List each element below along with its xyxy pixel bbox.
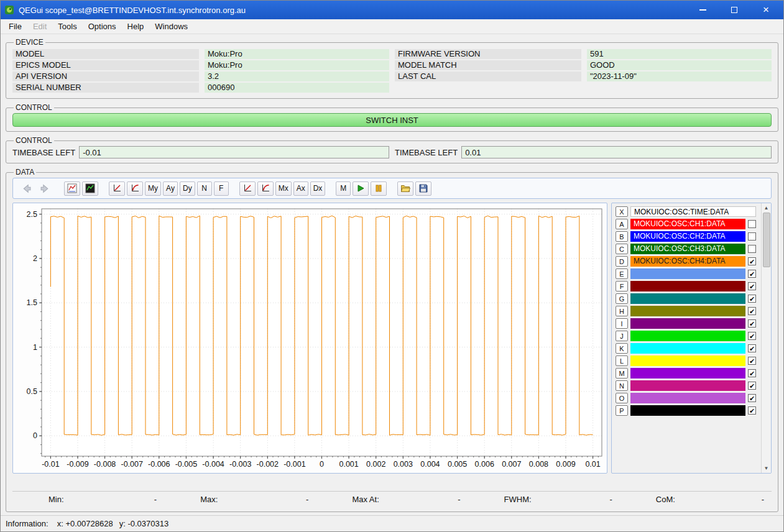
pv-name-field[interactable] xyxy=(630,268,745,279)
pv-letter-button-f[interactable]: F xyxy=(616,281,628,291)
pv-letter-button-m[interactable]: M xyxy=(616,368,628,378)
normalised-y-button[interactable]: N xyxy=(197,181,212,196)
pause-button[interactable] xyxy=(371,181,387,196)
pv-name-field[interactable] xyxy=(630,393,745,403)
pv-letter-button-j[interactable]: J xyxy=(616,331,628,341)
pv-visible-checkbox[interactable]: ✔ xyxy=(748,332,756,340)
svg-text:0.004: 0.004 xyxy=(420,460,440,469)
play-button[interactable] xyxy=(353,181,369,196)
pv-letter-button-k[interactable]: K xyxy=(616,343,628,354)
pv-letter-button-l[interactable]: L xyxy=(616,355,628,366)
pv-letter-button-p[interactable]: P xyxy=(616,405,628,416)
manual-y-button[interactable]: My xyxy=(145,181,161,196)
pv-visible-checkbox[interactable]: ✔ xyxy=(748,344,756,352)
svg-text:-0.009: -0.009 xyxy=(67,460,88,469)
pv-name-field[interactable] xyxy=(630,306,745,316)
scrollbar-thumb[interactable] xyxy=(763,213,770,267)
minimize-button[interactable] xyxy=(689,1,716,19)
save-config-button[interactable] xyxy=(415,181,431,196)
switch-inst-button[interactable]: SWITCH INST xyxy=(12,113,772,127)
fractional-y-button[interactable]: F xyxy=(214,181,229,196)
stat-maxat: Max At:- xyxy=(316,495,468,504)
maximize-button[interactable] xyxy=(721,1,748,19)
x-scale-linear-button[interactable] xyxy=(239,181,256,196)
device-field-row: EPICS MODELMoku:Pro xyxy=(12,60,389,70)
pv-visible-checkbox[interactable] xyxy=(748,245,756,253)
pv-letter-button-b[interactable]: B xyxy=(616,231,628,242)
pv-visible-checkbox[interactable]: ✔ xyxy=(748,319,756,328)
scroll-down-icon[interactable]: ▼ xyxy=(762,464,771,473)
pv-name-field[interactable] xyxy=(630,368,745,378)
pv-scrollbar[interactable]: ▲ ▼ xyxy=(761,203,771,473)
svg-text:0.008: 0.008 xyxy=(529,460,548,469)
timebase-left-input[interactable] xyxy=(79,146,389,158)
pv-row-g: G✔ xyxy=(616,293,756,304)
pv-letter-button-g[interactable]: G xyxy=(616,293,628,304)
pv-visible-checkbox[interactable]: ✔ xyxy=(748,270,756,278)
auto-x-button[interactable]: Ax xyxy=(293,181,308,196)
pv-name-field[interactable] xyxy=(630,405,745,416)
y-scale-linear-button[interactable] xyxy=(109,181,125,196)
pv-letter-button-x[interactable]: X xyxy=(616,206,628,217)
dynamic-y-button[interactable]: Dy xyxy=(180,181,195,196)
pv-letter-button-o[interactable]: O xyxy=(616,393,628,403)
x-scale-log-button[interactable] xyxy=(257,181,274,196)
menu-tools[interactable]: Tools xyxy=(52,20,82,33)
device-field-row: MODELMoku:Pro xyxy=(12,49,389,59)
menu-help[interactable]: Help xyxy=(122,20,150,33)
menu-windows[interactable]: Windows xyxy=(149,20,193,33)
auto-y-button[interactable]: Ay xyxy=(163,181,178,196)
control-timebase-group: CONTROL TIMEBASE LEFTTIMEBASE LEFT xyxy=(6,136,778,163)
pv-visible-checkbox[interactable]: ✔ xyxy=(748,257,756,265)
pv-letter-button-i[interactable]: I xyxy=(616,318,628,329)
pv-letter-button-n[interactable]: N xyxy=(616,380,628,391)
pv-letter-button-h[interactable]: H xyxy=(616,306,628,316)
pv-visible-checkbox[interactable]: ✔ xyxy=(748,295,756,303)
pv-letter-button-c[interactable]: C xyxy=(616,244,628,254)
pv-name-field[interactable]: MOKUIOC:OSC:CH4:DATA xyxy=(630,256,745,267)
pv-name-field[interactable] xyxy=(630,380,745,391)
pv-name-field[interactable]: MOKUIOC:OSC:CH2:DATA xyxy=(630,231,745,242)
chart-area[interactable]: -0.01-0.009-0.008-0.007-0.006-0.005-0.00… xyxy=(12,203,607,474)
timebase-right-input[interactable] xyxy=(461,146,772,158)
display-options-button[interactable] xyxy=(82,181,98,196)
stat-value: - xyxy=(609,495,612,504)
pv-visible-checkbox[interactable] xyxy=(748,220,756,228)
pv-visible-checkbox[interactable] xyxy=(748,232,756,241)
pv-name-field[interactable] xyxy=(630,331,745,341)
pv-visible-checkbox[interactable]: ✔ xyxy=(748,369,756,377)
pv-name-field[interactable] xyxy=(630,355,745,366)
pv-visible-checkbox[interactable]: ✔ xyxy=(748,382,756,390)
load-config-button[interactable] xyxy=(397,181,413,196)
pv-name-field[interactable] xyxy=(630,281,745,291)
menu-options[interactable]: Options xyxy=(83,20,122,33)
menu-file[interactable]: File xyxy=(3,20,27,33)
plot-options-button[interactable] xyxy=(64,181,80,196)
pv-name-field[interactable] xyxy=(630,343,745,354)
pv-letter-button-a[interactable]: A xyxy=(616,219,628,229)
linear-red-icon xyxy=(242,183,252,193)
window-title: QEGui scope_test@BRETTINDEVHOST.int.sync… xyxy=(19,6,685,15)
status-label: Information: xyxy=(6,519,48,528)
scroll-up-icon[interactable]: ▲ xyxy=(762,203,771,213)
pv-visible-checkbox[interactable]: ✔ xyxy=(748,394,756,402)
markers-button[interactable]: M xyxy=(336,181,351,196)
pv-name-field[interactable]: MOKUIOC:OSC:TIME:DATA xyxy=(630,206,756,217)
pv-visible-checkbox[interactable]: ✔ xyxy=(748,307,756,315)
pv-visible-checkbox[interactable]: ✔ xyxy=(748,406,756,415)
pv-letter-button-d[interactable]: D xyxy=(616,256,628,267)
y-scale-log-button[interactable] xyxy=(127,181,143,196)
pv-visible-checkbox[interactable]: ✔ xyxy=(748,357,756,365)
manual-x-button[interactable]: Mx xyxy=(275,181,292,196)
pv-letter-button-e[interactable]: E xyxy=(616,268,628,279)
pv-name-field[interactable] xyxy=(630,318,745,329)
stat-com: CoM:- xyxy=(620,495,772,504)
pv-name-field[interactable] xyxy=(630,293,745,304)
close-button[interactable]: × xyxy=(752,1,780,19)
dynamic-x-button[interactable]: Dx xyxy=(310,181,326,196)
pv-visible-checkbox[interactable]: ✔ xyxy=(748,282,756,290)
svg-text:-0.01: -0.01 xyxy=(42,460,60,469)
pv-row-x: XMOKUIOC:OSC:TIME:DATA xyxy=(616,206,756,217)
pv-name-field[interactable]: MOKUIOC:OSC:CH3:DATA xyxy=(630,244,745,254)
pv-name-field[interactable]: MOKUIOC:OSC:CH1:DATA xyxy=(630,219,745,229)
